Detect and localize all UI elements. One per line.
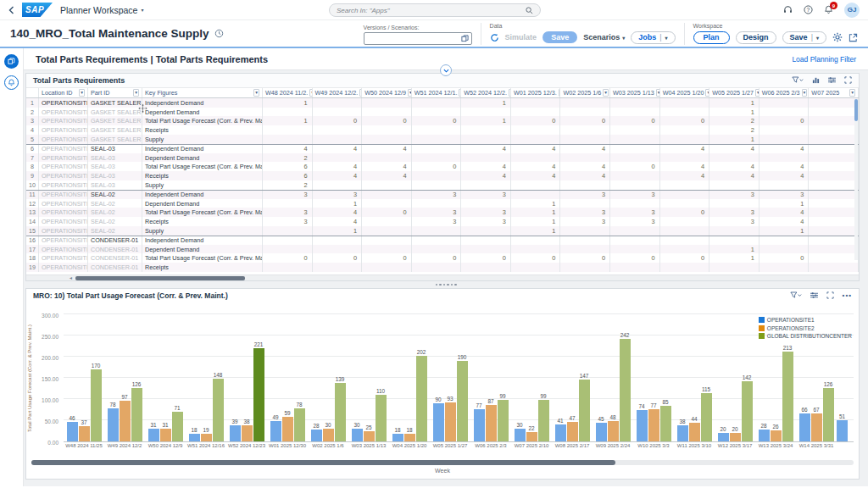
cell-value[interactable] xyxy=(660,180,710,190)
bar-OPERATIONSITE2[interactable]: 87 xyxy=(486,405,497,442)
cell-value[interactable]: 1 xyxy=(511,217,561,226)
cell-value[interactable] xyxy=(809,145,859,153)
cell-value[interactable]: 3 xyxy=(709,208,760,217)
bar-OPERATIONSITE1[interactable]: 74 xyxy=(637,410,648,441)
cell-value[interactable] xyxy=(511,180,561,190)
cell-value[interactable] xyxy=(412,125,462,135)
table-row[interactable]: 13OPERATIONSITE1SEAL-02Total Part Usage … xyxy=(26,208,859,217)
cell-value[interactable]: 4 xyxy=(760,145,810,153)
bar-GLOBAL DISTRIBUTIONCENTER[interactable]: 85 xyxy=(660,406,671,442)
cell-value[interactable] xyxy=(263,245,313,254)
cell-value[interactable]: 0 xyxy=(511,116,561,125)
cell-value[interactable] xyxy=(461,108,511,117)
cell-value[interactable] xyxy=(560,98,610,108)
week-column-header[interactable]: W04 2025 1/20▾ xyxy=(660,88,710,97)
cell-value[interactable] xyxy=(809,116,859,125)
cell-value[interactable] xyxy=(809,217,859,226)
data-save-button[interactable]: Save xyxy=(542,31,577,43)
week-column-header[interactable]: W01 2025 12/3.▾ xyxy=(511,88,561,97)
cell-value[interactable] xyxy=(461,125,511,135)
table-row[interactable]: 7OPERATIONSITE1SEAL-03Dependent Demand2 xyxy=(26,153,859,163)
bar-OPERATIONSITE2[interactable]: 30 xyxy=(323,429,334,441)
cell-value[interactable] xyxy=(461,199,511,208)
cell-key-figure[interactable]: Independent Demand xyxy=(142,98,263,108)
cell-value[interactable]: 3 xyxy=(760,191,810,199)
expand-icon[interactable] xyxy=(844,76,852,84)
filter-icon[interactable] xyxy=(792,76,804,84)
cell-value[interactable] xyxy=(660,98,710,108)
cell-value[interactable]: 3 xyxy=(610,208,660,217)
product-menu[interactable]: Planner Workspace▾ xyxy=(60,5,143,15)
bar-OPERATIONSITE2[interactable]: 38 xyxy=(242,425,253,441)
cell-value[interactable] xyxy=(362,217,412,226)
bar-GLOBAL DISTRIBUTIONCENTER[interactable]: 71 xyxy=(172,412,183,442)
cell-value[interactable] xyxy=(560,108,610,117)
table-vertical-scrollbar[interactable] xyxy=(854,99,858,260)
cell-value[interactable] xyxy=(660,125,710,135)
bar-OPERATIONSITE1[interactable]: 90 xyxy=(433,403,444,441)
cell-value[interactable]: 0 xyxy=(461,253,511,263)
cell-value[interactable] xyxy=(263,199,313,208)
cell-value[interactable] xyxy=(511,236,561,245)
cell-value[interactable] xyxy=(560,226,610,236)
cell-part[interactable]: GASKET SEALER-01 xyxy=(88,135,142,144)
settings-sliders-icon[interactable] xyxy=(828,76,836,84)
cell-value[interactable] xyxy=(809,199,859,208)
cell-value[interactable]: 1 xyxy=(511,226,561,236)
bar-OPERATIONSITE1[interactable]: 39 xyxy=(230,425,241,442)
cell-part[interactable]: CONDENSER-01 xyxy=(88,263,142,272)
help-icon[interactable]: ? xyxy=(804,5,813,14)
load-planning-filter-link[interactable]: Load Planning Filter xyxy=(792,55,856,64)
cell-value[interactable]: 4 xyxy=(461,145,511,153)
bar-GLOBAL DISTRIBUTIONCENTER[interactable]: 147 xyxy=(579,380,590,442)
cell-value[interactable] xyxy=(313,98,363,108)
cell-value[interactable]: 4 xyxy=(263,145,313,153)
back-icon[interactable] xyxy=(8,6,14,14)
week-column-header[interactable]: W06 2025 2/3▾ xyxy=(760,88,810,97)
cell-key-figure[interactable]: Dependent Demand xyxy=(142,153,263,163)
cell-value[interactable] xyxy=(412,263,462,272)
cell-value[interactable] xyxy=(461,226,511,236)
cell-value[interactable]: 1 xyxy=(313,226,363,236)
cell-key-figure[interactable]: Independent Demand xyxy=(142,191,263,199)
cell-value[interactable]: 0 xyxy=(362,208,412,217)
cell-value[interactable] xyxy=(809,253,859,263)
cell-value[interactable] xyxy=(412,236,462,245)
week-column-header[interactable]: W51 2024 12/1.▾ xyxy=(412,88,462,97)
overflow-menu-icon[interactable]: ••• xyxy=(843,291,852,299)
cell-value[interactable] xyxy=(560,245,610,254)
cell-value[interactable] xyxy=(560,199,610,208)
cell-location[interactable]: OPERATIONSITE1 xyxy=(39,191,88,199)
cell-value[interactable]: 0 xyxy=(412,162,462,171)
cell-value[interactable] xyxy=(362,125,412,135)
plan-toggle[interactable]: Plan xyxy=(693,31,730,44)
table-row[interactable]: 14OPERATIONSITE1SEAL-02Receipts343313334 xyxy=(26,217,859,226)
cell-value[interactable] xyxy=(760,236,810,245)
cell-value[interactable] xyxy=(610,180,660,190)
chart-horizontal-scrollbar[interactable] xyxy=(31,460,854,465)
column-filter-icon[interactable]: ▾ xyxy=(603,89,609,97)
cell-location[interactable]: OPERATIONSITE1 xyxy=(39,217,88,226)
cell-value[interactable]: 1 xyxy=(709,245,760,254)
cell-value[interactable]: 0 xyxy=(362,116,412,125)
table-row[interactable]: 1OPERATIONSITE1GASKET SEALER-01Independe… xyxy=(26,98,859,108)
cell-value[interactable] xyxy=(313,108,363,117)
cell-value[interactable] xyxy=(511,108,561,117)
copy-icon[interactable] xyxy=(461,35,469,42)
cell-value[interactable]: 4 xyxy=(313,162,363,171)
week-column-header[interactable]: W48 2024 11/2.▾ xyxy=(263,88,313,97)
column-filter-icon[interactable]: ▾ xyxy=(849,89,855,97)
cell-value[interactable]: 4 xyxy=(560,171,610,180)
week-column-header[interactable]: W50 2024 12/9▾ xyxy=(362,88,412,97)
bar-OPERATIONSITE2[interactable]: 59 xyxy=(282,417,293,442)
cell-value[interactable]: 1 xyxy=(709,108,760,117)
week-column-header[interactable]: W02 2025 1/6▾ xyxy=(560,88,610,97)
jobs-button[interactable]: Jobs|▾ xyxy=(631,31,675,44)
bar-GLOBAL DISTRIBUTIONCENTER[interactable]: 99 xyxy=(538,400,549,442)
chart-view-icon[interactable] xyxy=(812,76,820,84)
cell-value[interactable] xyxy=(313,263,363,272)
cell-value[interactable] xyxy=(660,245,710,254)
cell-location[interactable]: OPERATIONSITE1 xyxy=(39,171,88,180)
cell-value[interactable] xyxy=(760,245,810,254)
cell-value[interactable]: 3 xyxy=(560,191,610,199)
